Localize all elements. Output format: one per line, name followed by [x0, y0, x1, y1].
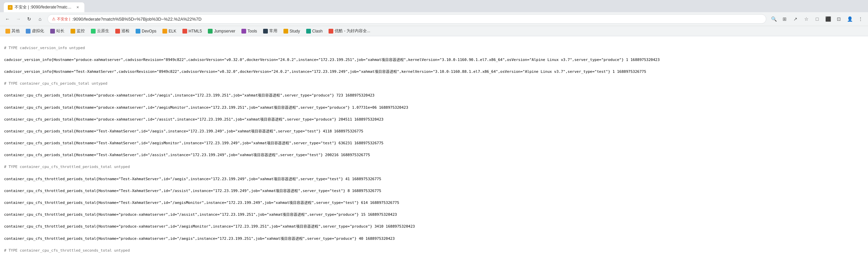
address-bar[interactable]: ⚠ 不安全 | :9090/federate?match%5B%5D=%7Bjo… — [47, 14, 766, 24]
bookmark-favicon-html5 — [182, 29, 187, 34]
content-line: # TYPE container_cpu_cfs_throttled_perio… — [4, 164, 864, 170]
bookmark-label-youku: 优酷 - 为好内容全... — [335, 28, 370, 34]
bookmark-label-clash: Clash — [312, 29, 323, 34]
bookmark-favicon-devops — [136, 29, 140, 34]
back-button[interactable]: ← — [3, 14, 12, 24]
bookmark-xunjian[interactable]: 巡检 — [113, 27, 132, 35]
bookmark-label-xunihua: 虚拟化 — [32, 28, 44, 34]
bookmark-favicon-zhanzhan — [50, 29, 55, 34]
active-tab[interactable]: ⚠ 不安全 | :9090/federate?match%5B%5D=%7Bjo… — [3, 2, 85, 12]
bookmark-clash[interactable]: Clash — [303, 28, 326, 35]
content-line: # TYPE container_cpu_cfs_throttled_secon… — [4, 248, 864, 253]
reload-button[interactable]: ↻ — [24, 14, 34, 24]
forward-button[interactable]: → — [14, 14, 23, 24]
home-button[interactable]: ⌂ — [35, 14, 45, 24]
bookmark-label-study: Study — [290, 29, 300, 34]
bookmark-devops[interactable]: DevOps — [133, 28, 159, 35]
bookmark-label-html5: HTML5 — [189, 29, 202, 34]
content-line: cadvisor_version_info{Hostname="produce-… — [4, 57, 864, 63]
content-line: container_cpu_cfs_periods_total{Hostname… — [4, 117, 864, 123]
bookmark-label-tools: Tools — [248, 29, 257, 34]
bookmark-xunihua[interactable]: 虚拟化 — [23, 27, 47, 35]
bookmark-yunyuansheng[interactable]: 云原生 — [88, 27, 112, 35]
share-icon-btn[interactable]: ↗ — [791, 14, 800, 24]
content-area: # TYPE cadvisor_version_info untyped cad… — [0, 36, 868, 253]
content-line: container_cpu_cfs_throttled_periods_tota… — [4, 212, 864, 218]
bookmark-label-jiankong: 监控 — [77, 28, 85, 34]
bookmark-label-jumpserver: Jumpserver — [214, 29, 235, 34]
content-line: container_cpu_cfs_throttled_periods_tota… — [4, 236, 864, 242]
bookmark-html5[interactable]: HTML5 — [180, 28, 204, 35]
bookmark-label-devops: DevOps — [142, 29, 156, 34]
bookmark-study[interactable]: Study — [281, 28, 303, 35]
extension1-icon-btn[interactable]: □ — [812, 14, 822, 24]
security-text: 不安全 | — [57, 17, 70, 22]
content-line: container_cpu_cfs_periods_total{Hostname… — [4, 128, 864, 134]
bookmark-tools[interactable]: Tools — [239, 28, 260, 35]
address-text: :9090/federate?match%5B%5D=%7Bjob%3D~%22… — [72, 17, 762, 22]
nav-bar: ← → ↻ ⌂ ⚠ 不安全 | :9090/federate?match%5B%… — [0, 12, 868, 26]
bookmark-favicon-jumpserver — [208, 29, 213, 34]
bookmarks-bar: 其他虚拟化站长监控云原生巡检DevOpsELKHTML5JumpserverTo… — [0, 26, 868, 36]
content-line: # TYPE cadvisor_version_info untyped — [4, 45, 864, 51]
content-line: container_cpu_cfs_throttled_periods_tota… — [4, 176, 864, 182]
bookmark-qita[interactable]: 其他 — [3, 27, 22, 35]
bookmark-favicon-study — [283, 29, 288, 34]
tab-bar: ⚠ 不安全 | :9090/federate?match%5B%5D=%7Bjo… — [0, 0, 868, 12]
translate-icon-btn[interactable]: ⊞ — [780, 14, 789, 24]
menu-icon-btn[interactable]: ⋮ — [856, 14, 865, 24]
bookmark-favicon-tools — [241, 29, 246, 34]
bookmark-favicon-yunyuansheng — [91, 29, 96, 34]
content-line: container_cpu_cfs_throttled_periods_tota… — [4, 200, 864, 206]
nav-icons-right: 🔍 ⊞ ↗ ☆ □ ⬛ ⊡ 👤 ⋮ — [769, 14, 865, 24]
bookmark-youku[interactable]: 优酷 - 为好内容全... — [326, 27, 373, 35]
bookmark-jumpserver[interactable]: Jumpserver — [205, 28, 238, 35]
bookmark-label-changyong: 常用 — [269, 28, 277, 34]
bookmark-favicon-jiankong — [71, 29, 75, 34]
content-line: # TYPE container_cpu_cfs_periods_total u… — [4, 81, 864, 87]
security-warning: ⚠ 不安全 | — [52, 17, 70, 22]
content-line: container_cpu_cfs_throttled_periods_tota… — [4, 188, 864, 194]
bookmark-favicon-elk — [162, 29, 167, 34]
extension2-icon-btn[interactable]: ⬛ — [823, 14, 833, 24]
profile-icon-btn[interactable]: 👤 — [845, 14, 854, 24]
content-line: container_cpu_cfs_periods_total{Hostname… — [4, 105, 864, 111]
bookmark-label-elk: ELK — [169, 29, 176, 34]
bookmark-label-qita: 其他 — [12, 28, 20, 34]
content-line: cadvisor_version_info{Hostname="Test-Xah… — [4, 69, 864, 75]
warning-icon: ⚠ — [52, 17, 56, 21]
bookmark-jiankong[interactable]: 监控 — [68, 27, 87, 35]
bookmark-elk[interactable]: ELK — [160, 28, 179, 35]
browser-chrome: ⚠ 不安全 | :9090/federate?match%5B%5D=%7Bjo… — [0, 0, 868, 36]
content-line: container_cpu_cfs_periods_total{Hostname… — [4, 152, 864, 158]
bookmark-favicon-xunihua — [26, 29, 31, 34]
bookmark-favicon-clash — [306, 29, 311, 34]
content-line: container_cpu_cfs_throttled_periods_tota… — [4, 224, 864, 230]
content-line: container_cpu_cfs_periods_total{Hostname… — [4, 140, 864, 146]
bookmark-label-yunyuansheng: 云原生 — [97, 28, 109, 34]
bookmark-favicon-xunjian — [115, 29, 120, 34]
tab-favicon: ⚠ — [8, 5, 13, 10]
google-icon-btn[interactable]: 🔍 — [769, 14, 778, 24]
bookmark-favicon-youku — [329, 29, 333, 34]
bookmark-favicon-changyong — [263, 29, 268, 34]
tab-close-button[interactable]: ✕ — [75, 5, 80, 10]
extension3-icon-btn[interactable]: ⊡ — [834, 14, 844, 24]
bookmark-changyong[interactable]: 常用 — [260, 27, 280, 35]
bookmark-favicon-qita — [5, 29, 10, 34]
bookmark-icon-btn[interactable]: ☆ — [802, 14, 811, 24]
bookmark-zhanzhan[interactable]: 站长 — [47, 27, 67, 35]
content-line: container_cpu_cfs_periods_total{Hostname… — [4, 92, 864, 99]
bookmark-label-zhanzhan: 站长 — [56, 28, 64, 34]
bookmark-label-xunjian: 巡检 — [121, 28, 130, 34]
tab-title: 不安全 | :9090/federate?match%5B%5D=%7Bjob%… — [15, 4, 73, 10]
